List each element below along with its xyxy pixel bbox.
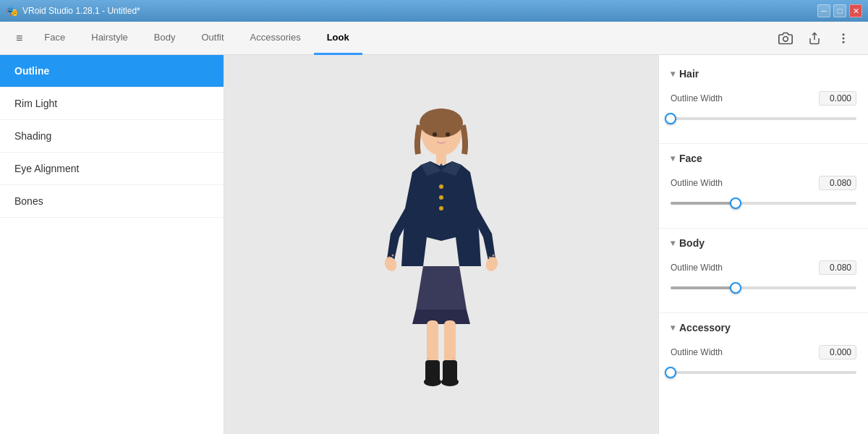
section-face-header[interactable]: ▾ Face [659, 147, 868, 170]
tab-body[interactable]: Body [141, 22, 189, 55]
face-outline-width-value: 0.080 [819, 176, 856, 190]
face-outline-slider-thumb[interactable] [730, 197, 741, 209]
svg-point-2 [843, 33, 845, 35]
close-button[interactable]: ✕ [849, 4, 862, 17]
section-hair-label: Hair [679, 68, 699, 80]
svg-point-13 [383, 255, 399, 273]
section-body: ▾ Body Outline Width 0.080 [659, 231, 868, 310]
hair-outline-width-value: 0.000 [819, 91, 856, 106]
sidebar-item-rim-light[interactable]: Rim Light [0, 88, 224, 120]
chevron-hair-icon: ▾ [671, 69, 675, 79]
svg-point-23 [489, 257, 491, 259]
sidebar-item-bones[interactable]: Bones [0, 185, 224, 218]
hair-outline-slider-container [671, 111, 856, 129]
face-outline-slider-container [671, 196, 856, 213]
right-panel: ▾ Hair Outline Width 0.000 [658, 55, 868, 434]
share-button[interactable] [803, 27, 826, 50]
tabbar: ≡ Face Hairstyle Body Outfit Accessories… [0, 22, 868, 55]
accessory-outline-width-value: 0.000 [819, 345, 856, 359]
svg-point-12 [439, 206, 443, 210]
section-face-label: Face [679, 153, 702, 164]
chevron-face-icon: ▾ [671, 153, 675, 163]
svg-point-10 [439, 184, 443, 189]
section-body-content: Outline Width 0.080 [659, 255, 868, 310]
titlebar-title: VRoid Studio 1.28.1 - Untitled* [22, 6, 140, 16]
titlebar: 🎭 VRoid Studio 1.28.1 - Untitled* ─ □ ✕ [0, 0, 868, 22]
body-outline-width-value: 0.080 [819, 260, 856, 275]
svg-point-3 [843, 37, 845, 39]
svg-rect-15 [427, 320, 438, 364]
tab-accessories[interactable]: Accessories [237, 22, 314, 55]
svg-point-4 [843, 41, 845, 43]
svg-point-18 [424, 378, 441, 386]
chevron-accessory-icon: ▾ [671, 323, 675, 333]
section-accessory: ▾ Accessory Outline Width 0.000 [659, 316, 868, 394]
body-outline-slider-container [671, 281, 856, 298]
section-accessory-content: Outline Width 0.000 [659, 339, 868, 394]
more-button[interactable] [832, 27, 855, 50]
svg-point-22 [392, 255, 394, 257]
svg-point-11 [439, 195, 443, 200]
svg-point-0 [783, 36, 788, 41]
svg-point-20 [441, 378, 459, 386]
accessory-outline-slider-track[interactable] [671, 371, 856, 374]
section-hair: ▾ Hair Outline Width 0.000 [659, 62, 868, 140]
accessory-outline-width-label: Outline Width [671, 347, 813, 357]
sidebar-item-outline[interactable]: Outline [0, 55, 224, 88]
face-outline-width-label: Outline Width [671, 178, 813, 188]
accessory-outline-slider-container [671, 365, 856, 383]
tab-hairstyle[interactable]: Hairstyle [78, 22, 141, 55]
svg-rect-16 [444, 320, 456, 364]
camera-button[interactable] [774, 27, 797, 50]
content-area: Outline Rim Light Shading Eye Alignment … [0, 55, 868, 434]
body-outline-width-row: Outline Width 0.080 [671, 260, 856, 275]
section-face-content: Outline Width 0.080 [659, 170, 868, 225]
svg-point-14 [484, 255, 500, 273]
tab-look[interactable]: Look [314, 22, 362, 55]
section-hair-header[interactable]: ▾ Hair [659, 62, 868, 85]
svg-point-25 [427, 358, 430, 360]
section-accessory-label: Accessory [679, 322, 731, 333]
face-outline-slider-track[interactable] [671, 202, 856, 205]
svg-point-8 [433, 132, 437, 137]
menu-button[interactable]: ≡ [7, 26, 31, 51]
character-figure [369, 93, 514, 396]
svg-point-21 [388, 257, 391, 259]
section-hair-content: Outline Width 0.000 [659, 85, 868, 140]
sidebar-item-shading[interactable]: Shading [0, 120, 224, 153]
app-container: ≡ Face Hairstyle Body Outfit Accessories… [0, 22, 868, 434]
body-outline-width-label: Outline Width [671, 263, 813, 273]
maximize-button[interactable]: □ [833, 4, 846, 17]
sidebar-item-eye-alignment[interactable]: Eye Alignment [0, 153, 224, 185]
accessory-outline-width-row: Outline Width 0.000 [671, 345, 856, 359]
section-accessory-header[interactable]: ▾ Accessory [659, 316, 868, 339]
svg-rect-7 [436, 153, 446, 164]
sidebar: Outline Rim Light Shading Eye Alignment … [0, 55, 224, 434]
tab-face[interactable]: Face [31, 22, 78, 55]
preview-area [224, 55, 658, 434]
app-icon: 🎭 [6, 5, 18, 17]
section-body-label: Body [679, 237, 705, 249]
svg-point-24 [493, 255, 495, 257]
hair-outline-width-label: Outline Width [671, 93, 813, 103]
body-outline-slider-thumb[interactable] [730, 282, 741, 294]
toolbar-icons [774, 27, 861, 50]
titlebar-controls[interactable]: ─ □ ✕ [817, 4, 862, 17]
hair-outline-width-row: Outline Width 0.000 [671, 91, 856, 106]
section-body-header[interactable]: ▾ Body [659, 231, 868, 255]
hair-outline-slider-track[interactable] [671, 117, 856, 120]
face-outline-width-row: Outline Width 0.080 [671, 176, 856, 190]
svg-point-9 [446, 132, 450, 137]
titlebar-left: 🎭 VRoid Studio 1.28.1 - Untitled* [6, 5, 140, 17]
chevron-body-icon: ▾ [671, 238, 675, 248]
svg-point-26 [453, 358, 455, 360]
hair-outline-slider-thumb[interactable] [665, 113, 676, 124]
body-outline-slider-track[interactable] [671, 286, 856, 289]
accessory-outline-slider-thumb[interactable] [665, 367, 676, 378]
tab-outfit[interactable]: Outfit [188, 22, 237, 55]
minimize-button[interactable]: ─ [817, 4, 830, 17]
section-face: ▾ Face Outline Width 0.080 [659, 147, 868, 225]
